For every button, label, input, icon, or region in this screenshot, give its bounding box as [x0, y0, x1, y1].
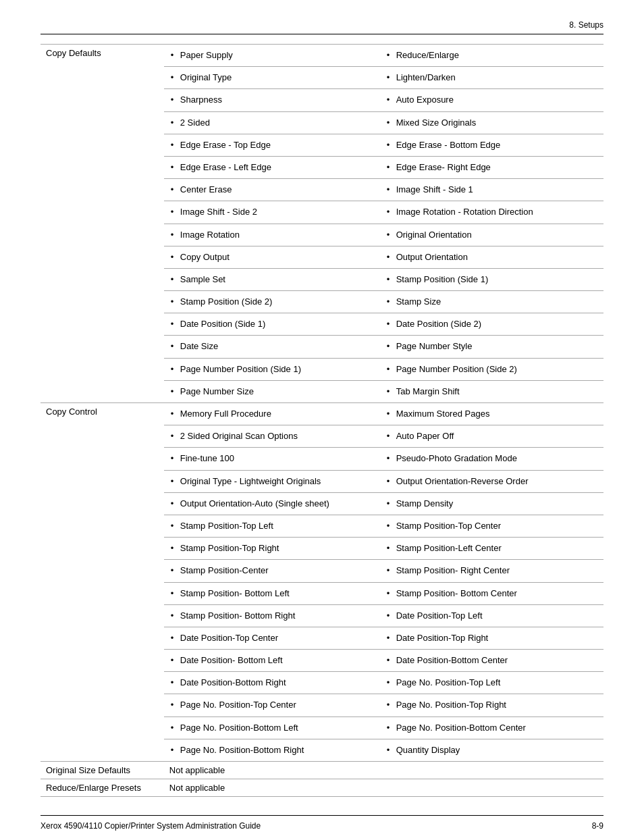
col-left-cell: Date Position- Bottom Left	[164, 650, 380, 672]
list-item: Stamp Position-Center	[171, 563, 375, 578]
col-right-cell: Quantity Display	[380, 739, 603, 761]
list-item: Stamp Position-Top Center	[387, 519, 598, 533]
col-right-cell: Page No. Position-Top Right	[380, 694, 603, 716]
list-item: Paper Supply	[171, 48, 375, 63]
col-right-cell: Image Shift - Side 1	[380, 179, 603, 201]
list-item: Lighten/Darken	[387, 70, 598, 85]
col-left-cell: Memory Full Procedure	[164, 403, 380, 425]
list-item: Stamp Position (Side 2)	[171, 294, 375, 309]
page-header: 8. Setups	[41, 20, 603, 34]
col-left-cell: Page No. Position-Bottom Left	[164, 716, 380, 739]
list-item: Page Number Position (Side 1)	[171, 362, 375, 377]
footer-right: 8-9	[592, 821, 603, 831]
col-right-cell: Maximum Stored Pages	[380, 403, 603, 425]
col-right-cell: Stamp Density	[380, 492, 603, 515]
col-left-cell: Edge Erase - Top Edge	[164, 134, 380, 156]
list-item: Edge Erase - Bottom Edge	[387, 138, 598, 153]
list-item: Edge Erase - Top Edge	[171, 138, 375, 153]
row-label: Copy Control	[41, 403, 164, 762]
main-table: Copy DefaultsPaper SupplyReduce/EnlargeO…	[41, 44, 603, 797]
list-item: Page Number Position (Side 2)	[387, 362, 598, 377]
list-item: Date Position (Side 1)	[171, 317, 375, 332]
list-item: Reduce/Enlarge	[387, 48, 598, 63]
list-item: Date Position-Top Left	[387, 608, 598, 623]
list-item: Sample Set	[171, 272, 375, 287]
col-left-cell: Original Type - Lightweight Originals	[164, 470, 380, 492]
col-left-cell: Stamp Position-Top Left	[164, 515, 380, 537]
col-left-cell: Date Size	[164, 336, 380, 358]
col-right-cell: Date Position-Top Left	[380, 604, 603, 627]
col-left-cell: Original Type	[164, 67, 380, 89]
col-right-cell: Date Position (Side 2)	[380, 313, 603, 336]
list-item: Edge Erase - Left Edge	[171, 160, 375, 175]
col-left-cell: Page No. Position-Top Center	[164, 694, 380, 716]
col-right-cell: Tab Margin Shift	[380, 380, 603, 402]
col-left-cell: Edge Erase - Left Edge	[164, 156, 380, 178]
list-item: Page No. Position-Bottom Center	[387, 721, 598, 735]
col-right-cell: Edge Erase - Bottom Edge	[380, 134, 603, 156]
col-right-cell: Pseudo-Photo Gradation Mode	[380, 448, 603, 470]
list-item: Date Position (Side 2)	[387, 317, 598, 332]
col-right-cell: Lighten/Darken	[380, 67, 603, 89]
list-item: Date Size	[171, 339, 375, 354]
list-item: Memory Full Procedure	[171, 407, 375, 421]
col-right-cell: Reduce/Enlarge	[380, 45, 603, 67]
list-item: Stamp Position-Top Left	[171, 519, 375, 533]
list-item: Page No. Position-Top Left	[387, 675, 598, 690]
col-left-cell: Stamp Position- Bottom Right	[164, 604, 380, 627]
col-right-cell: Auto Paper Off	[380, 425, 603, 448]
list-item: Copy Output	[171, 250, 375, 265]
col-right-cell: Mixed Size Originals	[380, 111, 603, 134]
list-item: Image Shift - Side 2	[171, 205, 375, 219]
list-item: Stamp Position (Side 1)	[387, 272, 598, 287]
page-container: 8. Setups Copy DefaultsPaper SupplyReduc…	[0, 0, 644, 834]
table-row: Original Size DefaultsNot applicable	[41, 762, 603, 779]
col-left-cell: Sharpness	[164, 89, 380, 111]
table-row: Reduce/Enlarge PresetsNot applicable	[41, 779, 603, 797]
list-item: Original Type	[171, 70, 375, 85]
col-left-cell: 2 Sided Original Scan Options	[164, 425, 380, 448]
col-left-cell: Copy Output	[164, 246, 380, 268]
col-right-cell: Output Orientation	[380, 246, 603, 268]
list-item: Mixed Size Originals	[387, 115, 598, 130]
col-left-cell: Image Rotation	[164, 224, 380, 246]
col-right-cell: Stamp Position (Side 1)	[380, 268, 603, 290]
col-right-cell: Edge Erase- Right Edge	[380, 156, 603, 178]
col-right-cell: Date Position-Top Right	[380, 627, 603, 649]
list-item: Page No. Position-Bottom Right	[171, 743, 375, 758]
list-item: Stamp Position- Bottom Left	[171, 586, 375, 601]
list-item: Image Rotation - Rotation Direction	[387, 205, 598, 219]
col-right-cell: Output Orientation-Reverse Order	[380, 470, 603, 492]
list-item: Page No. Position-Bottom Left	[171, 721, 375, 735]
row-label: Reduce/Enlarge Presets	[41, 779, 164, 797]
list-item: Page No. Position-Top Center	[171, 698, 375, 712]
list-item: Date Position-Bottom Right	[171, 675, 375, 690]
col-left-cell: Date Position-Bottom Right	[164, 672, 380, 694]
col-right-cell: Page Number Position (Side 2)	[380, 358, 603, 380]
col-left-cell: Stamp Position-Center	[164, 560, 380, 582]
col-right-cell: Page No. Position-Bottom Center	[380, 716, 603, 739]
list-item: Original Orientation	[387, 228, 598, 242]
list-item: Stamp Size	[387, 294, 598, 309]
list-item: Page Number Size	[171, 384, 375, 399]
list-item: Output Orientation	[387, 250, 598, 265]
list-item: Tab Margin Shift	[387, 384, 598, 399]
list-item: Maximum Stored Pages	[387, 407, 598, 421]
col-right-cell: Original Orientation	[380, 224, 603, 246]
list-item: Stamp Position- Bottom Center	[387, 586, 598, 601]
list-item: Pseudo-Photo Gradation Mode	[387, 451, 598, 466]
col-left-cell: Output Orientation-Auto (Single sheet)	[164, 492, 380, 515]
row-content: Not applicable	[164, 779, 603, 797]
col-right-cell: Image Rotation - Rotation Direction	[380, 201, 603, 224]
list-item: Stamp Position-Left Center	[387, 541, 598, 556]
col-right-cell: Stamp Position- Bottom Center	[380, 582, 603, 604]
list-item: Page No. Position-Top Right	[387, 698, 598, 712]
col-right-cell: Date Position-Bottom Center	[380, 650, 603, 672]
col-left-cell: Fine-tune 100	[164, 448, 380, 470]
col-left-cell: Page Number Size	[164, 380, 380, 402]
col-right-cell: Stamp Size	[380, 291, 603, 313]
col-left-cell: Center Erase	[164, 179, 380, 201]
col-right-cell: Stamp Position-Left Center	[380, 538, 603, 560]
col-left-cell: Sample Set	[164, 268, 380, 290]
col-right-cell: Stamp Position-Top Center	[380, 515, 603, 537]
